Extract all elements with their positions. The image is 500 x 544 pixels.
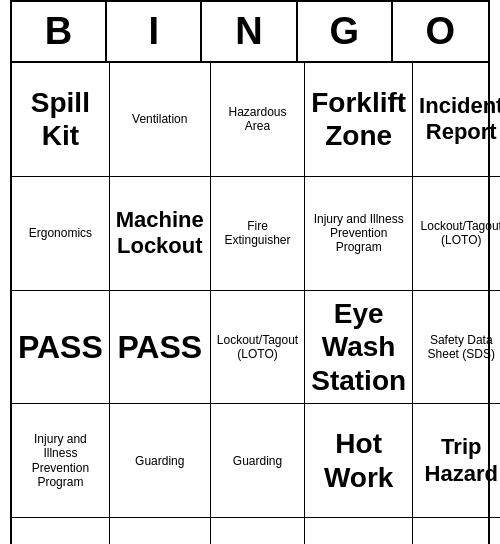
bingo-cell: Injury and Illness Prevention Program bbox=[12, 404, 110, 518]
bingo-grid: Spill KitVentilationHazardous AreaForkli… bbox=[12, 63, 488, 544]
bingo-cell: PASS bbox=[110, 291, 211, 405]
cell-text: PASS bbox=[18, 328, 103, 366]
bingo-cell: Incident Report bbox=[413, 63, 500, 177]
bingo-cell: Forklift Zone bbox=[305, 63, 413, 177]
bingo-cell: Hazardous Area bbox=[211, 518, 305, 544]
bingo-cell: Lockout/Tagout (LOTO) bbox=[211, 291, 305, 405]
bingo-cell: Spill Kit bbox=[12, 63, 110, 177]
header-letter: I bbox=[107, 2, 202, 61]
bingo-cell: PPE (Personal Protective Equipment) bbox=[413, 518, 500, 544]
bingo-cell: Incident Report bbox=[12, 518, 110, 544]
cell-text: Guarding bbox=[233, 454, 282, 468]
cell-text: Hazardous Area bbox=[217, 105, 298, 134]
bingo-cell: Fire Extinguisher bbox=[211, 177, 305, 291]
cell-text: Hot Work bbox=[311, 427, 406, 494]
cell-text: Fire Extinguisher bbox=[217, 219, 298, 248]
cell-text: Eye Wash Station bbox=[311, 297, 406, 398]
bingo-cell: PASS bbox=[12, 291, 110, 405]
cell-text: Ergonomics bbox=[29, 226, 92, 240]
bingo-cell: Hot Work bbox=[305, 404, 413, 518]
cell-text: Lockout/Tagout (LOTO) bbox=[217, 333, 298, 362]
bingo-cell: Lockout/Tagout (LOTO) bbox=[413, 177, 500, 291]
bingo-cell: Emergency Response Plan bbox=[305, 518, 413, 544]
cell-text: Machine Lockout bbox=[116, 207, 204, 260]
cell-text: Lockout/Tagout (LOTO) bbox=[419, 219, 500, 248]
bingo-cell: Eye Wash Station bbox=[305, 291, 413, 405]
header-letter: G bbox=[298, 2, 393, 61]
bingo-card: BINGO Spill KitVentilationHazardous Area… bbox=[10, 0, 490, 544]
bingo-cell: Hearing Protection Zone bbox=[110, 518, 211, 544]
bingo-header: BINGO bbox=[12, 2, 488, 63]
bingo-cell: Trip Hazard bbox=[413, 404, 500, 518]
bingo-cell: Guarding bbox=[110, 404, 211, 518]
header-letter: B bbox=[12, 2, 107, 61]
bingo-cell: Safety Data Sheet (SDS) bbox=[413, 291, 500, 405]
header-letter: N bbox=[202, 2, 297, 61]
cell-text: Injury and Illness Prevention Program bbox=[18, 432, 103, 490]
bingo-cell: Machine Lockout bbox=[110, 177, 211, 291]
cell-text: Trip Hazard bbox=[419, 434, 500, 487]
cell-text: Safety Data Sheet (SDS) bbox=[419, 333, 500, 362]
bingo-cell: Ergonomics bbox=[12, 177, 110, 291]
bingo-cell: Ventilation bbox=[110, 63, 211, 177]
header-letter: O bbox=[393, 2, 488, 61]
cell-text: Injury and Illness Prevention Program bbox=[311, 212, 406, 255]
bingo-cell: Hazardous Area bbox=[211, 63, 305, 177]
bingo-cell: Guarding bbox=[211, 404, 305, 518]
cell-text: Guarding bbox=[135, 454, 184, 468]
cell-text: Incident Report bbox=[419, 93, 500, 146]
cell-text: PASS bbox=[117, 328, 202, 366]
cell-text: Ventilation bbox=[132, 112, 187, 126]
bingo-cell: Injury and Illness Prevention Program bbox=[305, 177, 413, 291]
cell-text: Forklift Zone bbox=[311, 86, 406, 153]
cell-text: Spill Kit bbox=[18, 86, 103, 153]
